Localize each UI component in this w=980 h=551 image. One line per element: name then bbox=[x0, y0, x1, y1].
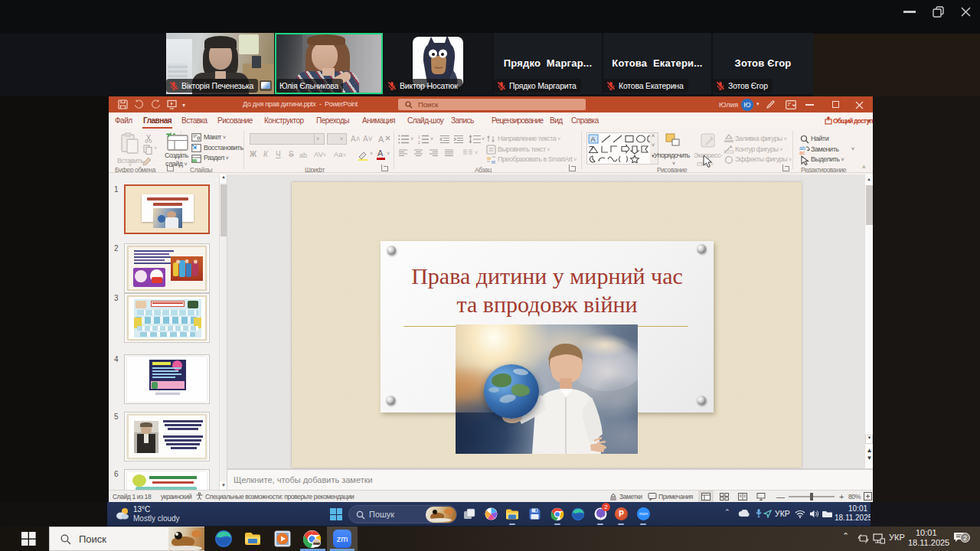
svg-text:1: 1 bbox=[418, 135, 420, 139]
svg-text:А: А bbox=[591, 135, 596, 143]
svg-text:ac: ac bbox=[799, 150, 805, 155]
svg-text:2: 2 bbox=[418, 140, 420, 144]
svg-text:А: А bbox=[378, 135, 384, 144]
